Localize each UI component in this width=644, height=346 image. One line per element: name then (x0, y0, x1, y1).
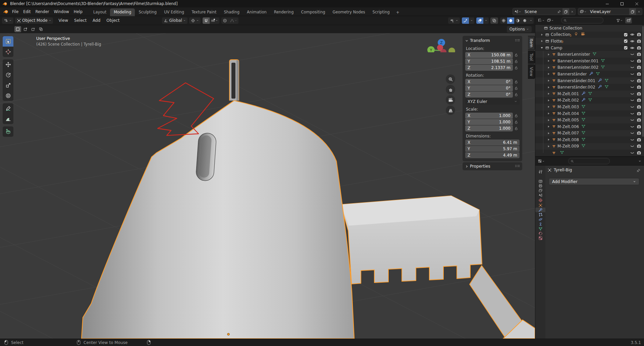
scene-name[interactable]: Scene (523, 9, 556, 14)
menu-render[interactable]: Render (33, 9, 52, 14)
select-mode-new-button[interactable] (14, 26, 21, 32)
cam-toggle-icon[interactable] (637, 111, 641, 116)
lock-scale-y[interactable] (513, 120, 520, 124)
cam-toggle-icon[interactable] (637, 131, 641, 135)
location-z-field[interactable]: Z2.1337 m (465, 65, 513, 71)
outliner-row[interactable]: M-Zelt.005 (535, 117, 644, 123)
pin-icon[interactable] (556, 8, 562, 15)
3d-viewport[interactable]: Object Mode ViewSelectAddObject Global (0, 16, 535, 339)
outliner-row[interactable]: Bannerständer (535, 71, 644, 77)
minimize-button[interactable] (600, 0, 614, 7)
workspace-tab-compositing[interactable]: Compositing (297, 8, 329, 16)
eye-closed-icon[interactable] (630, 72, 635, 76)
workspace-tab-texture-paint[interactable]: Texture Paint (188, 8, 220, 16)
xray-toggle[interactable] (490, 17, 498, 24)
expander-right-icon[interactable] (547, 53, 550, 56)
outliner-row[interactable]: BannerLennister.001 (535, 58, 644, 64)
workspace-tab-uv-editing[interactable]: UV Editing (160, 8, 188, 16)
expander-right-icon[interactable] (540, 39, 544, 43)
expander-right-icon[interactable] (547, 131, 550, 135)
lock-rotation-x[interactable] (513, 80, 520, 84)
eye-closed-icon[interactable] (630, 111, 635, 116)
tool-measure-button[interactable] (3, 114, 13, 124)
lock-location-x[interactable] (513, 53, 520, 57)
filter-icon[interactable] (616, 18, 620, 22)
scene-selector[interactable]: Scene (513, 8, 576, 15)
editor-type-button[interactable] (2, 17, 13, 24)
workspace-tab-rendering[interactable]: Rendering (270, 8, 298, 16)
cam-toggle-icon[interactable] (637, 137, 641, 142)
tri-object-icon[interactable] (552, 65, 556, 70)
rotation-x-field[interactable]: X0° (465, 79, 513, 85)
add-workspace-button[interactable]: + (393, 9, 402, 16)
dimensions-x-field[interactable]: X6.41 m (465, 139, 520, 146)
workspace-tab-animation[interactable]: Animation (243, 8, 270, 16)
location-x-field[interactable]: X150.08 m (465, 52, 513, 58)
rotation-y-field[interactable]: Y0° (465, 85, 513, 91)
scale-x-field[interactable]: X1.000 (465, 113, 513, 119)
mode-dropdown[interactable]: Object Mode (15, 17, 53, 24)
eye-open-icon[interactable] (630, 46, 635, 50)
cam-toggle-icon[interactable] (637, 32, 641, 37)
cam-toggle-icon[interactable] (637, 65, 641, 70)
checkbox-icon[interactable] (624, 46, 628, 50)
outliner-row[interactable]: M-Zelt.006 (535, 123, 644, 130)
cam-toggle-icon[interactable] (637, 151, 641, 155)
collection-icon[interactable] (545, 46, 549, 50)
collection-icon[interactable] (544, 26, 548, 30)
workspace-tab-modeling[interactable]: Modeling (110, 8, 135, 16)
menu-window[interactable]: Window (51, 9, 71, 14)
sidebar-tab-item[interactable]: Item (528, 36, 535, 50)
select-mode-extend-button[interactable] (22, 26, 29, 32)
camera-view-button[interactable] (446, 95, 455, 105)
expander-right-icon[interactable] (547, 125, 550, 128)
outliner-row[interactable]: Flotte9 (535, 38, 644, 45)
expander-right-icon[interactable] (547, 138, 550, 141)
properties-tab-view-layer[interactable] (535, 188, 545, 193)
expander-right-icon[interactable] (547, 145, 550, 148)
panel-drag-handle[interactable] (515, 164, 520, 169)
outliner-scrollbar[interactable] (642, 26, 644, 137)
eye-closed-icon[interactable] (630, 144, 635, 149)
properties-tab-texture[interactable] (535, 236, 545, 240)
properties-tab-particles[interactable] (535, 212, 545, 217)
cam-toggle-icon[interactable] (637, 46, 641, 50)
shading-solid-button[interactable] (507, 17, 514, 24)
workspace-tab-scripting[interactable]: Scripting (369, 8, 393, 16)
eye-closed-icon[interactable] (630, 65, 635, 70)
outliner-row[interactable]: M-Zelt.007 (535, 130, 644, 137)
cam-toggle-icon[interactable] (637, 105, 641, 109)
workspace-tab-shading[interactable]: Shading (220, 8, 243, 16)
tri-object-icon[interactable] (552, 92, 556, 96)
outliner-search-input[interactable] (561, 17, 603, 23)
properties-tab-object-data[interactable] (535, 226, 545, 231)
shading-rendered-button[interactable] (521, 17, 528, 24)
checkbox-icon[interactable] (624, 39, 628, 43)
properties-tab-render[interactable] (535, 179, 545, 183)
scene-browse-icon[interactable] (513, 8, 523, 15)
object-visibility-dropdown[interactable] (448, 17, 460, 24)
properties-tab-object[interactable] (535, 203, 545, 208)
scale-y-field[interactable]: Y1.000 (465, 119, 513, 125)
eye-closed-icon[interactable] (630, 131, 635, 135)
properties-options-caret[interactable] (638, 160, 641, 163)
location-y-field[interactable]: Y108.51 m (465, 58, 513, 64)
outliner-row[interactable]: Bannerständer.002 (535, 84, 644, 91)
lock-rotation-y[interactable] (513, 86, 520, 90)
tri-object-icon[interactable] (552, 98, 556, 103)
show-overlays-toggle[interactable] (476, 17, 483, 24)
outliner-row[interactable]: M-Zelt.001 (535, 91, 644, 97)
eye-closed-icon[interactable] (630, 78, 635, 83)
lock-scale-z[interactable] (513, 126, 520, 130)
lock-scale-x[interactable] (513, 114, 520, 118)
outliner-row[interactable]: Scene Collection (535, 25, 644, 32)
cam-toggle-icon[interactable] (637, 52, 641, 57)
cam-toggle-icon[interactable] (637, 85, 641, 90)
properties-subpanel-title[interactable]: Properties (470, 164, 490, 169)
viewport-menu-object[interactable]: Object (103, 18, 122, 23)
shading-wireframe-button[interactable] (500, 17, 507, 24)
select-mode-subtract-button[interactable] (30, 26, 37, 32)
tent-slot[interactable] (196, 132, 217, 181)
properties-editor-type-icon[interactable] (538, 159, 542, 163)
checkbox-icon[interactable] (624, 33, 628, 37)
